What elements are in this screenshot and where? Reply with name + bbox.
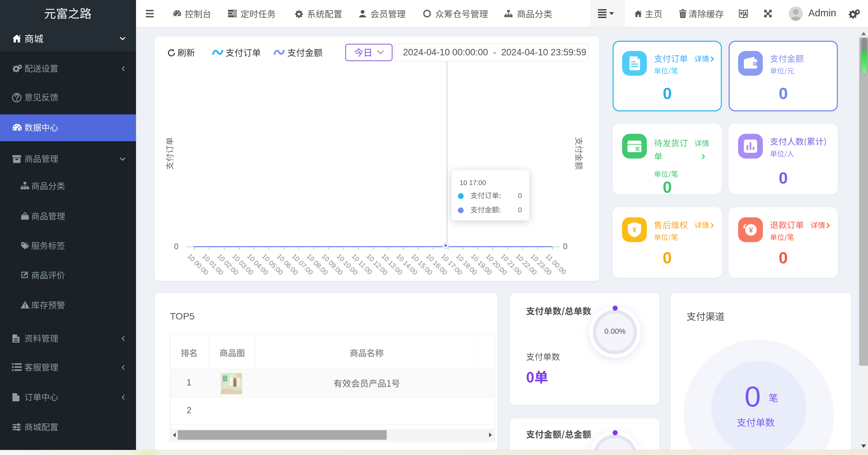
svg-text:¥: ¥: [749, 226, 753, 234]
svg-text:¥: ¥: [632, 225, 637, 234]
